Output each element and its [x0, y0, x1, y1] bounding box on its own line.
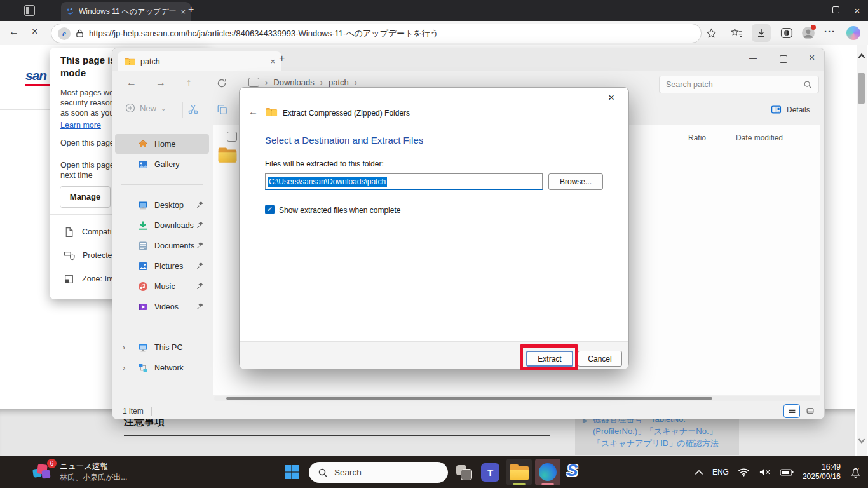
explorer-new-tab-button[interactable]: + [279, 53, 285, 64]
sidebar-item-desktop[interactable]: Desktop [115, 195, 209, 215]
browser-menu-icon[interactable]: ··· [824, 26, 836, 37]
horizontal-scrollbar-thumb[interactable] [226, 397, 712, 400]
zone-info-row: Zone: Inv [64, 271, 115, 287]
scrollbar-down-icon[interactable] [858, 438, 865, 444]
volume-muted-icon[interactable] [759, 468, 771, 477]
sidebar-item-pictures[interactable]: Pictures [115, 256, 209, 276]
location-icon [248, 78, 259, 87]
dialog-close-icon[interactable]: × [608, 92, 614, 104]
address-bar[interactable]: e https://jp-help.sansan.com/hc/ja/artic… [51, 24, 702, 43]
sidebar-item-documents[interactable]: Documents [115, 236, 209, 255]
new-button[interactable]: New ⌄ [125, 103, 166, 113]
related-link[interactable]: 「スキャナアプリID」の確認方法 [593, 437, 733, 449]
details-view-button[interactable] [783, 404, 800, 418]
tab-actions-icon[interactable] [24, 5, 35, 16]
dialog-back-icon[interactable]: ← [248, 106, 258, 117]
explorer-minimize-button[interactable]: — [749, 54, 757, 63]
learn-more-link[interactable]: Learn more [60, 121, 101, 130]
breadcrumb-chevron-icon: › [259, 78, 273, 87]
lock-icon[interactable] [76, 29, 84, 38]
explorer-tab-close-icon[interactable]: × [270, 57, 275, 66]
browser-tab[interactable]: Windows 11 へのアップデートを行う × [61, 2, 191, 21]
dialog-heading: Select a Destination and Extract Files [265, 135, 423, 146]
browse-button[interactable]: Browse... [548, 173, 603, 190]
start-button[interactable] [284, 464, 299, 480]
taskbar-search-box[interactable]: Search [309, 462, 448, 483]
column-header-date-modified[interactable]: Date modified [736, 133, 783, 142]
browser-scrollbar[interactable] [857, 45, 867, 456]
copilot-icon[interactable] [846, 26, 860, 40]
language-indicator[interactable]: ENG [712, 468, 729, 477]
show-files-checkbox[interactable]: ✓ [265, 205, 275, 214]
sidebar-item-music[interactable]: Music [115, 276, 209, 296]
sidebar-item-home[interactable]: Home [115, 134, 209, 154]
refresh-icon[interactable] [217, 78, 227, 88]
breadcrumb-downloads[interactable]: Downloads [273, 78, 314, 87]
sidebar-item-network[interactable]: › Network [115, 358, 209, 377]
new-tab-button[interactable]: + [188, 4, 194, 15]
edge-taskbar-button[interactable] [535, 459, 560, 485]
related-link[interactable]: (ProfilerNo.)」「スキャナーNo.」 [593, 425, 733, 437]
zip-folder-icon [124, 57, 135, 66]
nav-up-icon[interactable]: ↑ [186, 77, 191, 88]
battery-icon[interactable] [780, 468, 794, 477]
content-view-button[interactable] [803, 405, 818, 417]
nav-back-icon[interactable]: ← [126, 77, 137, 88]
favorite-star-icon[interactable] [706, 28, 717, 39]
profile-avatar[interactable] [801, 26, 815, 40]
compatibility-info-row: Compati [64, 224, 112, 240]
popup-body-line1: Most pages wo [60, 88, 114, 97]
explorer-maximize-button[interactable] [780, 55, 787, 63]
zip-file-item[interactable] [218, 147, 237, 163]
sidebar-item-videos[interactable]: Videos [115, 297, 209, 316]
manage-button[interactable]: Manage [60, 186, 111, 208]
explorer-tab-title: patch [140, 57, 270, 66]
destination-path-input[interactable]: C:\Users\sansan\Downloads\patch [265, 173, 543, 190]
url-text[interactable]: https://jp-help.sansan.com/hc/ja/article… [89, 28, 438, 39]
content-view-icon [806, 407, 815, 415]
select-all-checkbox[interactable] [227, 132, 237, 142]
details-toggle[interactable]: Details [771, 104, 810, 115]
popup-body-line3: as soon as you' [60, 109, 115, 118]
file-explorer-taskbar-button[interactable] [506, 459, 532, 485]
column-header-ratio[interactable]: Ratio [688, 133, 706, 142]
explorer-search-box[interactable]: Search patch [659, 76, 819, 93]
cut-icon[interactable] [187, 104, 199, 115]
tab-close-icon[interactable]: × [180, 7, 186, 17]
browser-close-button[interactable]: × [846, 0, 868, 21]
wifi-icon[interactable] [738, 468, 750, 477]
taskbar-clock[interactable]: 16:49 2025/09/16 [803, 463, 841, 482]
expand-chevron-icon[interactable]: › [123, 342, 125, 352]
popup-title-line2: mode [60, 67, 86, 78]
browser-essentials-icon[interactable] [780, 27, 793, 39]
browser-minimize-button[interactable]: — [803, 0, 825, 21]
notification-bell-icon[interactable]: z [850, 466, 862, 478]
task-view-button[interactable] [455, 464, 473, 480]
favorites-bar-icon[interactable] [731, 28, 743, 39]
teams-icon[interactable]: T [481, 463, 499, 482]
browser-maximize-button[interactable] [825, 0, 846, 21]
copy-icon[interactable] [217, 104, 228, 115]
widgets-button[interactable]: 6 ニュース速報 林氏、小泉氏が出... [32, 459, 127, 485]
shield-icon [64, 250, 75, 261]
explorer-tab[interactable]: patch × [118, 51, 281, 71]
scanner-app-icon[interactable]: S [567, 461, 578, 480]
scrollbar-up-icon[interactable] [858, 53, 865, 59]
scrollbar-thumb[interactable] [858, 73, 865, 104]
explorer-close-button[interactable]: × [809, 52, 815, 64]
tray-chevron-up-icon[interactable] [695, 470, 703, 475]
browser-stop-button[interactable]: × [32, 26, 37, 37]
ie-mode-icon[interactable]: e [58, 27, 71, 40]
clock-date: 2025/09/16 [803, 472, 841, 482]
zone-icon [64, 274, 74, 285]
breadcrumb-patch[interactable]: patch [329, 78, 349, 87]
nav-forward-icon[interactable]: → [156, 77, 166, 88]
expand-chevron-icon[interactable]: › [123, 363, 125, 372]
downloads-button-highlight[interactable] [752, 24, 771, 42]
sidebar-item-this-pc[interactable]: › This PC [115, 337, 209, 357]
extract-button[interactable]: Extract [526, 351, 573, 367]
sidebar-item-gallery[interactable]: Gallery [115, 154, 209, 174]
cancel-button[interactable]: Cancel [578, 351, 622, 367]
sidebar-item-downloads[interactable]: Downloads [115, 215, 209, 235]
browser-back-button[interactable]: ← [9, 26, 19, 37]
